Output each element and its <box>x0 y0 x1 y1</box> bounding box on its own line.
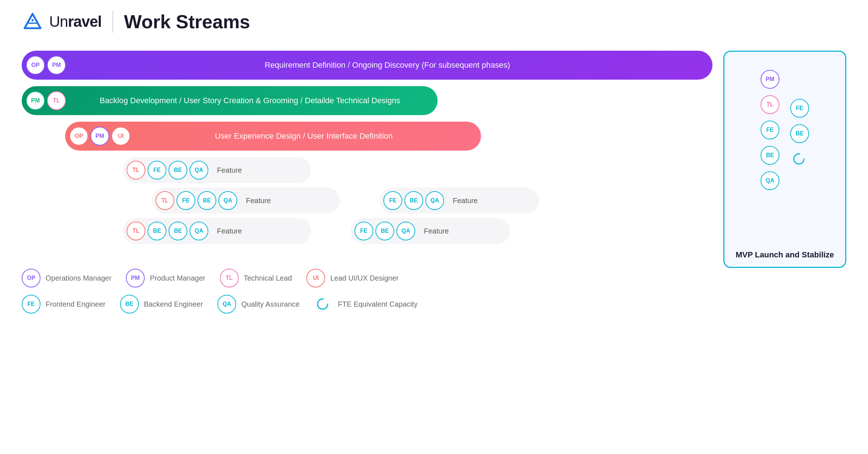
legend-fte: FTE Equivalent Capacity <box>314 295 417 314</box>
feature-row2-qa: QA <box>218 191 237 210</box>
badge-ux-ui: UI <box>111 127 130 146</box>
legend-label-qa: Quality Assurance <box>241 300 299 308</box>
legend-tl: TL Technical Lead <box>220 269 292 287</box>
stream-row2-badges: PM TL <box>26 91 66 110</box>
badge-op: OP <box>26 56 45 75</box>
feature-row5-qa: QA <box>396 222 415 240</box>
logo-area: Unravel <box>22 11 102 33</box>
feature-row3-qa: QA <box>190 222 208 240</box>
feature-row4-badges: FE BE QA <box>383 191 444 210</box>
stream-row1-badges: OP PM <box>26 56 66 75</box>
feature-row4-qa: QA <box>425 191 444 210</box>
legend-qa: QA Quality Assurance <box>217 295 299 314</box>
feature-row4-fe: FE <box>383 191 402 210</box>
feature-row1-fe: FE <box>148 161 166 180</box>
stream-row3-label: User Experience Design / User Interface … <box>137 131 470 141</box>
fte-arc-icon <box>314 295 333 314</box>
legend-label-ui: Lead UI/UX Designer <box>330 274 399 282</box>
legend-ui: UI Lead UI/UX Designer <box>306 269 399 287</box>
legend-row-1: OP Operations Manager PM Product Manager… <box>22 269 712 287</box>
feature-row-1: TL FE BE QA Feature <box>123 157 311 183</box>
feature-row1-label: Feature <box>217 166 242 175</box>
feature-row3-tl: TL <box>127 222 145 240</box>
mvp-qa-arc-icon <box>790 150 809 168</box>
legend-badge-op: OP <box>22 269 41 287</box>
legend-label-fe: Frontend Engineer <box>46 300 106 308</box>
feature-row5-be: BE <box>375 222 394 240</box>
feature-row2-label: Feature <box>246 197 271 205</box>
mvp-col1: PM TL FE BE QA <box>761 70 779 190</box>
stream-row2-label: Backlog Development / User Story Creatio… <box>73 96 427 105</box>
legend: OP Operations Manager PM Product Manager… <box>22 269 712 314</box>
feature-row5-fe: FE <box>354 222 373 240</box>
feature-left: TL FE BE QA Feature TL <box>22 157 340 244</box>
header-divider <box>112 11 113 33</box>
mvp-badge-be2: BE <box>790 124 809 143</box>
legend-badge-qa: QA <box>217 295 236 314</box>
feature-row2-be: BE <box>197 191 216 210</box>
feature-group-right: FE BE QA Feature FE BE QA Feature <box>351 188 539 244</box>
feature-row-2: TL FE BE QA Feature <box>152 188 340 214</box>
badge-tl: TL <box>47 91 66 110</box>
feature-row4-label: Feature <box>453 197 478 205</box>
legend-badge-pm: PM <box>126 269 145 287</box>
feature-row3-be1: BE <box>148 222 166 240</box>
page-title: Work Streams <box>124 11 250 33</box>
page: Unravel Work Streams OP PM Requirement D… <box>0 0 868 328</box>
badge-pm: PM <box>47 56 66 75</box>
logo-text: Unravel <box>49 13 102 30</box>
mvp-badge-qa1: QA <box>761 171 779 190</box>
mvp-col2: FE BE <box>790 70 809 190</box>
feature-row-5: FE BE QA Feature <box>351 218 510 244</box>
feature-row2-tl: TL <box>156 191 174 210</box>
legend-fe: FE Frontend Engineer <box>22 295 106 314</box>
mvp-badge-tl: TL <box>761 95 779 114</box>
stream-row1-label: Requirement Definition / Ongoing Discove… <box>73 60 702 70</box>
legend-pm: PM Product Manager <box>126 269 205 287</box>
legend-badge-ui: UI <box>306 269 325 287</box>
feature-row4-be: BE <box>404 191 423 210</box>
feature-row5-label: Feature <box>424 227 449 235</box>
streams-area: OP PM Requirement Definition / Ongoing D… <box>22 51 712 314</box>
unravel-logo-icon <box>22 11 43 33</box>
mvp-badge-be1: BE <box>761 146 779 165</box>
legend-badge-be: BE <box>120 295 139 314</box>
legend-row-2: FE Frontend Engineer BE Backend Engineer… <box>22 295 712 314</box>
feature-row2-badges: TL FE BE QA <box>156 191 237 210</box>
feature-row2-fe: FE <box>176 191 195 210</box>
feature-row-4: FE BE QA Feature <box>380 188 539 214</box>
stream-ux: OP PM UI User Experience Design / User I… <box>65 122 481 151</box>
main-layout: OP PM Requirement Definition / Ongoing D… <box>22 51 846 314</box>
header: Unravel Work Streams <box>22 11 846 33</box>
legend-be: BE Backend Engineer <box>120 295 203 314</box>
feature-row1-be: BE <box>169 161 187 180</box>
svg-point-2 <box>31 19 34 21</box>
feature-row1-tl: TL <box>127 161 145 180</box>
mvp-badge-fe1: FE <box>761 121 779 139</box>
mvp-badge-fe2: FE <box>790 99 809 118</box>
legend-badge-tl: TL <box>220 269 239 287</box>
feature-row1-badges: TL FE BE QA <box>127 161 208 180</box>
legend-op: OP Operations Manager <box>22 269 111 287</box>
feature-row5-badges: FE BE QA <box>354 222 415 240</box>
badge-pm-teal: PM <box>26 91 45 110</box>
feature-row-3: TL BE BE QA Feature <box>123 218 311 244</box>
mvp-title: MVP Launch and Stabilize <box>736 239 834 260</box>
legend-label-fte: FTE Equivalent Capacity <box>338 300 417 308</box>
feature-row1-qa: QA <box>190 161 208 180</box>
stream-backlog: PM TL Backlog Development / User Story C… <box>22 86 438 115</box>
mvp-grid: PM TL FE BE QA FE BE <box>761 70 809 190</box>
feature-row3-label: Feature <box>217 227 242 235</box>
legend-label-pm: Product Manager <box>150 274 205 282</box>
mvp-badge-pm: PM <box>761 70 779 89</box>
mvp-box: PM TL FE BE QA FE BE MVP Launch and Stab… <box>723 51 846 268</box>
legend-label-be: Backend Engineer <box>144 300 203 308</box>
feature-row3-badges: TL BE BE QA <box>127 222 208 240</box>
badge-ux-pm: PM <box>90 127 109 146</box>
stream-requirement-definition: OP PM Requirement Definition / Ongoing D… <box>22 51 712 80</box>
legend-label-tl: Technical Lead <box>244 274 292 282</box>
legend-badge-fe: FE <box>22 295 41 314</box>
feature-row3-be2: BE <box>169 222 187 240</box>
legend-label-op: Operations Manager <box>46 274 111 282</box>
stream-row3-badges: OP PM UI <box>69 127 130 146</box>
